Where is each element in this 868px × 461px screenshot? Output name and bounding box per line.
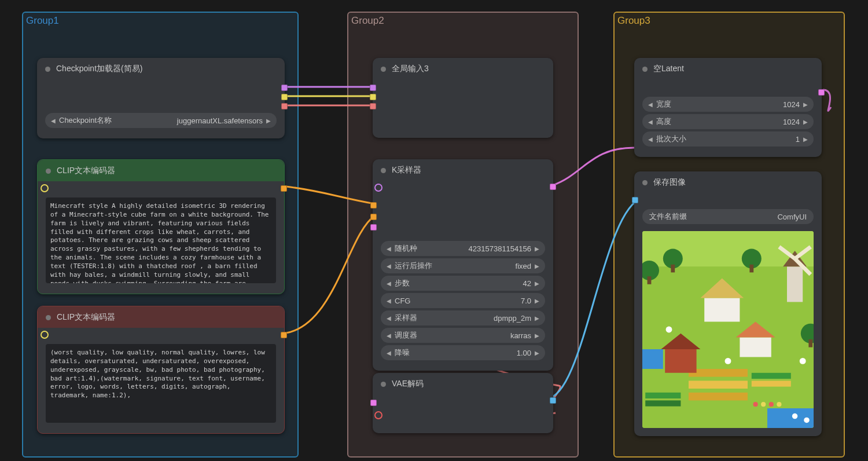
param-ksampler-5[interactable]: ◀调度器karras▶: [381, 328, 545, 343]
chevron-left-icon[interactable]: ◀: [648, 101, 653, 108]
chevron-left-icon[interactable]: ◀: [387, 350, 391, 356]
group-title[interactable]: Group3: [615, 13, 844, 31]
param-ksampler-4[interactable]: ◀采样器dpmpp_2m▶: [381, 310, 545, 325]
chevron-left-icon[interactable]: ◀: [387, 280, 391, 287]
input-socket-model[interactable]: [374, 184, 382, 192]
svg-rect-6: [689, 393, 748, 401]
input-socket-clip[interactable]: [370, 94, 376, 100]
output-socket-model[interactable]: [281, 85, 288, 91]
chevron-right-icon[interactable]: ▶: [266, 118, 271, 124]
param-label: Checkpoint名称: [59, 115, 177, 126]
param-ksampler-3[interactable]: ◀CFG7.0▶: [381, 293, 545, 308]
param-checkpoint-name[interactable]: ◀ Checkpoint名称 juggernautXL.safetensors …: [45, 113, 277, 128]
collapse-dot-icon[interactable]: [381, 67, 386, 72]
chevron-right-icon[interactable]: ▶: [535, 350, 539, 356]
node-header[interactable]: CLIP文本编码器: [38, 306, 284, 328]
group-title[interactable]: Group1: [23, 13, 297, 31]
collapse-dot-icon[interactable]: [642, 180, 648, 185]
output-socket-image[interactable]: [550, 397, 556, 404]
param-ksampler-2[interactable]: ◀步数42▶: [381, 276, 545, 291]
input-socket-images[interactable]: [632, 197, 638, 203]
input-socket-negative[interactable]: [370, 214, 377, 220]
output-image-preview[interactable]: [642, 231, 814, 428]
param-ksampler-6[interactable]: ◀降噪1.00▶: [381, 345, 545, 360]
input-socket-positive[interactable]: [370, 202, 377, 208]
output-socket-conditioning[interactable]: [281, 332, 287, 338]
collapse-dot-icon[interactable]: [46, 315, 51, 320]
node-header[interactable]: Checkpoint加载器(简易): [37, 58, 285, 79]
param-latent-0[interactable]: ◀宽度1024▶: [642, 97, 814, 112]
collapse-dot-icon[interactable]: [381, 168, 386, 173]
chevron-right-icon[interactable]: ▶: [535, 246, 539, 252]
svg-rect-9: [752, 373, 791, 379]
node-checkpoint-loader[interactable]: Checkpoint加载器(简易) ◀ Checkpoint名称 juggern…: [37, 58, 285, 138]
group-title[interactable]: Group2: [348, 13, 578, 31]
node-header[interactable]: 全局输入3: [373, 58, 553, 79]
node-title: Checkpoint加载器(简易): [56, 64, 142, 74]
chevron-right-icon[interactable]: ▶: [535, 280, 539, 287]
param-filename-prefix[interactable]: 文件名前缀 ComfyUI: [642, 209, 814, 224]
svg-rect-7: [645, 393, 681, 398]
output-socket-conditioning[interactable]: [281, 185, 287, 192]
chevron-left-icon[interactable]: ◀: [387, 332, 391, 339]
node-ksampler[interactable]: K采样器 ◀随机种423157381154156▶◀运行后操作fixed▶◀步数…: [373, 159, 553, 371]
chevron-right-icon[interactable]: ▶: [535, 315, 539, 321]
node-clip-text-encode-negative[interactable]: CLIP文本编码器: [37, 306, 285, 434]
param-label: 随机种: [395, 243, 469, 254]
node-header[interactable]: 空Latent: [634, 58, 822, 79]
param-latent-1[interactable]: ◀高度1024▶: [642, 114, 814, 129]
output-socket-latent[interactable]: [818, 89, 825, 96]
node-header[interactable]: K采样器: [373, 159, 553, 181]
collapse-dot-icon[interactable]: [642, 67, 648, 72]
chevron-right-icon[interactable]: ▶: [803, 119, 808, 125]
node-save-image[interactable]: 保存图像 文件名前缀 ComfyUI: [634, 171, 822, 436]
chevron-left-icon[interactable]: ◀: [387, 315, 391, 321]
chevron-right-icon[interactable]: ▶: [535, 298, 539, 304]
chevron-left-icon[interactable]: ◀: [648, 136, 653, 142]
input-socket-model[interactable]: [370, 85, 376, 91]
chevron-right-icon[interactable]: ▶: [535, 332, 539, 339]
input-socket-vae[interactable]: [370, 103, 376, 109]
output-socket-latent[interactable]: [550, 184, 556, 190]
collapse-dot-icon[interactable]: [381, 382, 386, 387]
chevron-right-icon[interactable]: ▶: [803, 136, 808, 142]
node-clip-text-encode-positive[interactable]: CLIP文本编码器: [37, 159, 285, 294]
node-header[interactable]: CLIP文本编码器: [38, 160, 284, 181]
node-header[interactable]: VAE解码: [373, 373, 553, 394]
chevron-left-icon[interactable]: ◀: [387, 298, 391, 304]
chevron-right-icon[interactable]: ▶: [803, 101, 808, 108]
node-vae-decode[interactable]: VAE解码: [373, 373, 553, 433]
param-ksampler-0[interactable]: ◀随机种423157381154156▶: [381, 241, 545, 256]
prompt-textarea-negative[interactable]: [46, 344, 276, 423]
input-socket-latent[interactable]: [370, 224, 377, 231]
chevron-right-icon[interactable]: ▶: [535, 263, 539, 269]
input-socket-samples[interactable]: [370, 400, 377, 406]
param-ksampler-1[interactable]: ◀运行后操作fixed▶: [381, 258, 545, 273]
chevron-left-icon[interactable]: ◀: [648, 119, 653, 125]
output-socket-clip[interactable]: [281, 94, 288, 100]
collapse-dot-icon[interactable]: [46, 169, 51, 174]
param-label: 步数: [395, 278, 523, 288]
param-label: 调度器: [395, 330, 510, 341]
svg-rect-23: [648, 276, 652, 284]
chevron-left-icon[interactable]: ◀: [51, 118, 56, 124]
svg-rect-5: [689, 380, 748, 389]
node-global-input-3[interactable]: 全局输入3: [373, 58, 553, 138]
input-socket-clip[interactable]: [41, 331, 49, 339]
svg-marker-11: [704, 298, 740, 322]
prompt-textarea-positive[interactable]: [46, 197, 276, 283]
input-socket-vae[interactable]: [374, 411, 382, 419]
node-header[interactable]: 保存图像: [634, 171, 822, 193]
node-empty-latent[interactable]: 空Latent ◀宽度1024▶◀高度1024▶◀批次大小1▶: [634, 58, 822, 157]
node-title: 保存图像: [653, 177, 686, 188]
svg-point-37: [769, 402, 774, 407]
svg-point-38: [777, 402, 781, 407]
param-value: 1024: [783, 118, 800, 126]
svg-rect-8: [645, 400, 681, 406]
output-socket-vae[interactable]: [281, 103, 288, 109]
chevron-left-icon[interactable]: ◀: [387, 263, 391, 269]
collapse-dot-icon[interactable]: [45, 67, 50, 72]
chevron-left-icon[interactable]: ◀: [387, 246, 391, 252]
param-latent-2[interactable]: ◀批次大小1▶: [642, 131, 814, 147]
input-socket-clip[interactable]: [41, 184, 49, 192]
